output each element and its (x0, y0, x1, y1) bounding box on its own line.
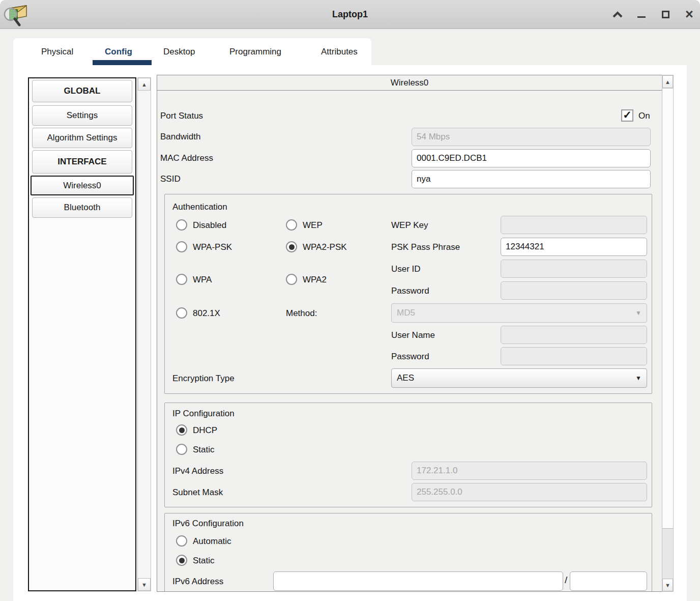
subnet-mask-input (412, 483, 647, 501)
mac-address-label: MAC Address (160, 153, 213, 163)
radio-wpa-psk[interactable] (176, 241, 187, 252)
scroll-up-icon: ▲ (141, 81, 147, 88)
encryption-type-label: Encryption Type (172, 374, 235, 384)
password2-input (501, 347, 647, 365)
radio-802-1x[interactable] (176, 307, 187, 319)
sidebar-scrollbar[interactable]: ▲ ▼ (137, 77, 151, 591)
radio-wep-label: WEP (303, 220, 323, 231)
panel-header: Wireless0 (157, 75, 662, 91)
chevron-down-icon: ▼ (635, 309, 641, 317)
radio-static-ipv4-label: Static (193, 445, 215, 455)
sidebar-item-algorithm-settings[interactable]: Algorithm Settings (32, 128, 132, 148)
mac-address-input[interactable] (412, 149, 651, 167)
device-config-window: Laptop1 × Physical Config Desktop Progra… (0, 0, 700, 601)
panel-scroll-up-button[interactable]: ▲ (662, 75, 673, 88)
radio-wpa2-label: WPA2 (303, 275, 327, 285)
tab-config[interactable]: Config (105, 47, 132, 57)
close-icon: × (685, 8, 693, 21)
radio-wpa2[interactable] (286, 274, 297, 285)
radio-wep[interactable] (286, 219, 297, 231)
tab-programming[interactable]: Programming (229, 47, 281, 57)
ssid-label: SSID (160, 174, 181, 184)
sidebar-item-bluetooth[interactable]: Bluetooth (32, 197, 132, 218)
check-icon: ✓ (623, 109, 632, 121)
close-button[interactable]: × (684, 9, 695, 21)
radio-static-ipv6-label: Static (193, 556, 215, 566)
ipv6-configuration-group: IPv6 Configuration Automatic Static IPv6… (164, 513, 652, 592)
scroll-up-button[interactable]: ▲ (138, 78, 151, 91)
ipv6-configuration-title: IPv6 Configuration (172, 519, 244, 529)
sidebar-item-wireless0[interactable]: Wireless0 (31, 176, 134, 195)
radio-wpa-psk-label: WPA-PSK (193, 242, 232, 252)
panel-body: Port Status ✓ On Bandwidth MAC Address S… (157, 90, 662, 592)
radio-disabled-label: Disabled (193, 220, 226, 231)
port-status-on-label: On (638, 111, 650, 121)
titlebar: Laptop1 × (0, 0, 700, 29)
bandwidth-label: Bandwidth (160, 132, 200, 142)
user-id-label: User ID (391, 264, 421, 274)
panel-title: Wireless0 (391, 78, 429, 88)
sidebar-header-interface[interactable]: INTERFACE (32, 150, 132, 174)
user-name-label: User Name (391, 330, 435, 340)
ipv6-address-label: IPv6 Address (172, 577, 223, 587)
window-title: Laptop1 (0, 0, 700, 29)
ip-configuration-title: IP Configuration (172, 409, 235, 419)
panel-scroll-down-button[interactable]: ▼ (662, 579, 673, 591)
sidebar-header-global[interactable]: GLOBAL (32, 80, 132, 102)
ipv6-prefix-separator: / (565, 575, 567, 586)
tab-desktop[interactable]: Desktop (163, 47, 195, 57)
authentication-title: Authentication (172, 202, 227, 212)
chevron-down-icon: ▼ (635, 375, 641, 382)
maximize-icon (662, 11, 669, 18)
ip-configuration-group: IP Configuration DHCP Static IPv4 Addres… (164, 403, 652, 507)
radio-wpa2-psk[interactable] (286, 241, 297, 252)
ipv4-address-input (412, 462, 647, 480)
radio-disabled[interactable] (176, 219, 187, 231)
bandwidth-input (412, 128, 651, 146)
scroll-down-button[interactable]: ▼ (138, 578, 151, 591)
tab-physical[interactable]: Physical (41, 47, 73, 57)
subnet-mask-label: Subnet Mask (172, 488, 223, 498)
sidebar-item-settings[interactable]: Settings (32, 105, 132, 126)
authentication-group: Authentication Disabled WEP WEP Key WPA-… (164, 194, 652, 394)
tab-attributes[interactable]: Attributes (321, 47, 358, 57)
maximize-button[interactable] (660, 9, 671, 21)
scroll-up-icon: ▲ (665, 79, 670, 85)
radio-automatic-ipv6-label: Automatic (193, 536, 231, 547)
ipv6-address-input[interactable] (273, 571, 563, 591)
radio-automatic-ipv6[interactable] (176, 535, 187, 547)
wep-key-label: WEP Key (391, 220, 428, 231)
radio-dhcp[interactable] (176, 424, 187, 436)
password-input (501, 281, 647, 300)
radio-static-ipv4[interactable] (176, 444, 187, 455)
sidebar: GLOBAL Settings Algorithm Settings INTER… (28, 77, 136, 591)
tab-bar: Physical Config Desktop Programming Attr… (13, 38, 371, 65)
minimize-button[interactable] (636, 9, 647, 21)
radio-802-1x-label: 802.1X (193, 308, 220, 319)
wep-key-input (501, 216, 647, 234)
method-select: MD5 ▼ (391, 303, 647, 323)
scrollbar-track[interactable] (662, 529, 673, 579)
radio-static-ipv6[interactable] (176, 555, 187, 566)
ipv6-prefix-input[interactable] (570, 571, 647, 591)
port-status-label: Port Status (160, 111, 203, 121)
panel-scrollbar[interactable]: ▲ ▼ (662, 75, 674, 592)
psk-pass-phrase-input[interactable] (501, 238, 647, 256)
scrollbar-thumb[interactable] (662, 88, 673, 529)
restore-up-button[interactable] (612, 9, 623, 21)
psk-pass-phrase-label: PSK Pass Phrase (391, 242, 460, 252)
user-name-input (501, 326, 647, 344)
encryption-type-select[interactable]: AES ▼ (391, 368, 647, 388)
ssid-input[interactable] (412, 170, 651, 188)
method-value: MD5 (397, 308, 415, 318)
radio-wpa2-psk-label: WPA2-PSK (303, 242, 347, 252)
minimize-icon (637, 16, 646, 18)
scroll-down-icon: ▼ (141, 582, 147, 588)
radio-wpa[interactable] (176, 274, 187, 285)
scroll-down-icon: ▼ (665, 582, 670, 588)
chevron-up-icon (612, 11, 623, 18)
active-tab-underline (93, 60, 152, 65)
password-label: Password (391, 286, 429, 296)
password2-label: Password (391, 352, 429, 362)
port-status-checkbox[interactable]: ✓ (621, 109, 633, 122)
